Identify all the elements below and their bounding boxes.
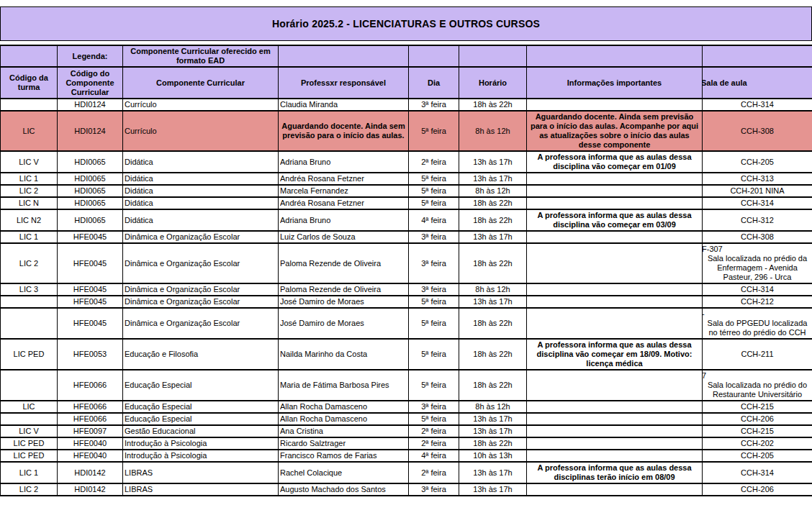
column-header-sala: Sala de aula (703, 67, 812, 99)
column-header-horario: Horário (459, 67, 527, 99)
cell-professor: Ricardo Salztrager (279, 437, 409, 450)
cell-info (527, 283, 703, 296)
cell-professor: José Damiro de Moraes (279, 308, 409, 339)
cell-info (527, 296, 703, 308)
cell-sala: 7Sala localizada no prédio do Restaurant… (703, 370, 812, 401)
cell-codigo: HFE0045 (58, 231, 123, 243)
cell-componente: Dinâmica e Organização Escolar (123, 231, 279, 243)
cell-horario: 13h às 17h (459, 151, 527, 173)
cell-dia: 3ª feira (409, 243, 459, 283)
cell-codigo: HDI0142 (58, 462, 123, 483)
cell-codigo: HDI0065 (58, 173, 123, 185)
cell-codigo: HDI0124 (58, 99, 123, 111)
cell-turma: LIC PED (1, 339, 58, 370)
cell-codigo: HDI0124 (58, 111, 123, 151)
cell-turma: LIC 1 (1, 231, 58, 243)
cell-professor: Adriana Bruno (279, 209, 409, 231)
cell-componente: Currículo (123, 99, 279, 111)
cell-horario: 8h às 12h (459, 111, 527, 151)
column-header-codigo: Código do Componente Curricular (58, 67, 123, 99)
schedule-body: Legenda: Componente Curricular oferecido… (1, 45, 812, 496)
cell-componente: Educação Especial (123, 370, 279, 401)
cell-sala: CCH-314 (703, 283, 812, 296)
cell-sala: -Sala do PPGEDU localizada no térreo do … (703, 308, 812, 339)
cell-horario: 18h às 22h (459, 99, 527, 111)
room-note: Sala localizada no prédio do Restaurante… (704, 381, 811, 399)
cell-professor: Nailda Marinho da Costa (279, 339, 409, 370)
page-title: Horário 2025.2 - LICENCIATURAS E OUTROS … (0, 6, 812, 41)
room-code: - (703, 309, 811, 319)
cell-dia: 2ª feira (409, 437, 459, 450)
cell-info (527, 370, 703, 401)
legend-label: Legenda: (58, 45, 123, 67)
cell-info (527, 99, 703, 111)
cell-professor: Andréa Rosana Fetzner (279, 197, 409, 209)
cell-componente: Didática (123, 185, 279, 197)
cell-componente: Didática (123, 151, 279, 173)
cell-info (527, 173, 703, 185)
cell-info: A professora informa que as aulas dessa … (527, 151, 703, 173)
cell-codigo: HFE0097 (58, 425, 123, 437)
cell-componente: Dinâmica e Organização Escolar (123, 308, 279, 339)
cell-professor: Augusto Machado dos Santos (279, 483, 409, 496)
cell-codigo: HFE0066 (58, 413, 123, 425)
cell-dia: 5ª feira (409, 296, 459, 308)
table-row: LICHDI0124CurrículoAguardando docente. A… (1, 111, 812, 151)
table-row: LICHFE0066Educação EspecialAllan Rocha D… (1, 401, 812, 413)
cell-sala: CCH-308 (703, 231, 812, 243)
table-row: LIC 3HFE0045Dinâmica e Organização Escol… (1, 283, 812, 296)
legend-empty-cell (527, 45, 703, 67)
cell-professor: Adriana Bruno (279, 151, 409, 173)
cell-horario: 18h às 22h (459, 209, 527, 231)
cell-componente: Educação Especial (123, 413, 279, 425)
cell-codigo: HFE0045 (58, 243, 123, 283)
cell-dia: 2ª feira (409, 462, 459, 483)
table-row: LIC 2HDI0065DidáticaMarcela Fernandez5ª … (1, 185, 812, 197)
cell-professor: Ana Cristina (279, 425, 409, 437)
cell-info (527, 197, 703, 209)
cell-sala: CCH-308 (703, 111, 812, 151)
cell-sala: CCH-212 (703, 296, 812, 308)
cell-dia: 5ª feira (409, 370, 459, 401)
cell-professor: Claudia Miranda (279, 99, 409, 111)
cell-turma: LIC 3 (1, 283, 58, 296)
table-row: LIC PEDHFE0040Introdução à PsicologiaRic… (1, 437, 812, 450)
cell-horario: 13h às 17h (459, 425, 527, 437)
room-code: F-307 (703, 245, 811, 254)
legend-empty-cell (279, 45, 409, 67)
column-header-dia: Dia (409, 67, 459, 99)
cell-componente: Introdução à Psicologia (123, 450, 279, 462)
cell-horario: 8h às 12h (459, 185, 527, 197)
table-row: HFE0066Educação EspecialMaria de Fátima … (1, 370, 812, 401)
cell-professor: Aguardando docente. Ainda sem previsão p… (279, 111, 409, 151)
cell-sala: F-307Sala localizada no prédio da Enferm… (703, 243, 812, 283)
cell-turma: LIC PED (1, 437, 58, 450)
cell-dia: 5ª feira (409, 173, 459, 185)
cell-componente: Didática (123, 209, 279, 231)
table-row: LIC VHDI0065DidáticaAdriana Bruno2ª feir… (1, 151, 812, 173)
cell-dia: 5ª feira (409, 197, 459, 209)
cell-info (527, 425, 703, 437)
cell-horario: 13h às 17h (459, 462, 527, 483)
cell-turma: LIC V (1, 151, 58, 173)
legend-row: Legenda: Componente Curricular oferecido… (1, 45, 812, 67)
cell-codigo: HDI0065 (58, 151, 123, 173)
cell-dia: 5ª feira (409, 308, 459, 339)
cell-dia: 3ª feira (409, 401, 459, 413)
cell-professor: José Damiro de Moraes (279, 296, 409, 308)
cell-horario: 18h às 22h (459, 339, 527, 370)
cell-codigo: HFE0045 (58, 283, 123, 296)
cell-turma (1, 370, 58, 401)
cell-dia: 3ª feira (409, 483, 459, 496)
cell-info (527, 450, 703, 462)
table-row: LIC 2HDI0142LIBRASAugusto Machado dos Sa… (1, 483, 812, 496)
cell-info: A professora informa que as aulas dessa … (527, 209, 703, 231)
cell-horario: 18h às 22h (459, 370, 527, 401)
cell-sala: CCH-205 (703, 450, 812, 462)
cell-turma (1, 413, 58, 425)
column-header-professor: Professxr responsável (279, 67, 409, 99)
legend-empty-cell (409, 45, 459, 67)
cell-componente: Didática (123, 197, 279, 209)
room-note: Sala do PPGEDU localizada no térreo do p… (704, 319, 811, 337)
cell-turma: LIC (1, 401, 58, 413)
